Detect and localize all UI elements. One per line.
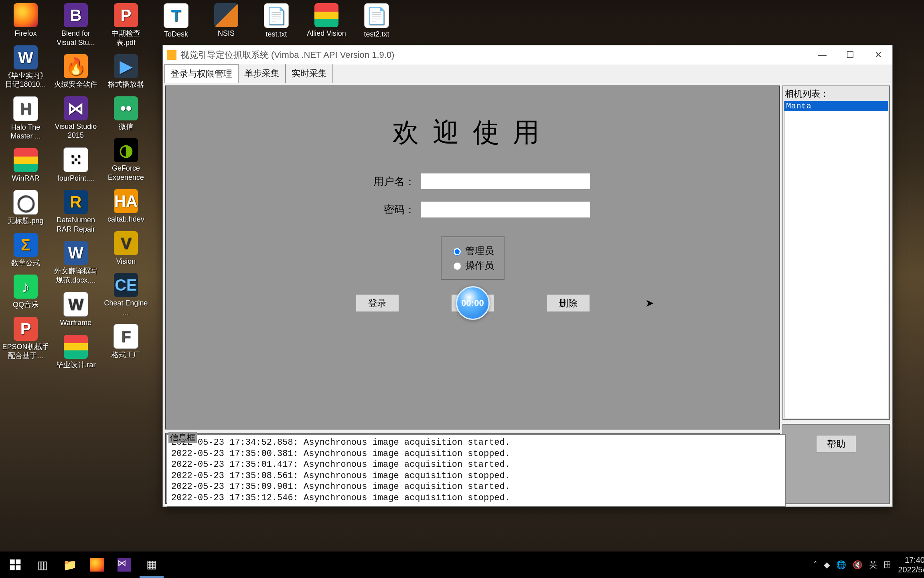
desktop-icon-epson[interactable]: PEPSON机械手配合基于... (2, 317, 49, 360)
desktop-icon-wechat[interactable]: ••微信 (102, 96, 150, 131)
tab-login[interactable]: 登录与权限管理 (164, 64, 238, 83)
desktop-icon-math[interactable]: Σ数学公式 (2, 233, 49, 268)
login-button[interactable]: 登录 (356, 294, 399, 312)
repair-icon: R (64, 190, 88, 214)
taskbar-firefox[interactable] (85, 553, 109, 577)
tray-ime-mode[interactable]: 田 (883, 560, 892, 570)
role-admin-radio[interactable]: 管理员 (451, 244, 494, 257)
desktop-icon-halo[interactable]: HHalo The Master ... (2, 96, 49, 141)
desktop-icon-cheatengine[interactable]: CECheat Engine ... (102, 273, 150, 317)
desktop-col-5: NSIS (203, 3, 250, 38)
vs-icon: ⋈ (118, 558, 131, 572)
desktop-icon-nsis[interactable]: NSIS (203, 3, 250, 38)
desktop-icon-huorong[interactable]: 🔥火绒安全软件 (52, 54, 99, 89)
icon-label: 中期检查表.pdf (102, 29, 150, 47)
desktop-icon-test2-txt[interactable]: 📄test2.txt (353, 3, 400, 39)
desktop-icon-translation-doc[interactable]: W外文翻译撰写规范.docx.... (52, 241, 99, 285)
desktop-icon-qqmusic[interactable]: ♪QQ音乐 (2, 275, 49, 309)
desktop-icon-rarrepair[interactable]: RDataNumen RAR Repair (52, 190, 99, 234)
tray-ime-language[interactable]: 英 (869, 560, 877, 570)
rar-icon (14, 148, 38, 172)
desktop-icon-geforce[interactable]: ◑GeForce Experience (102, 138, 150, 182)
start-button[interactable] (3, 553, 27, 577)
desktop-col-8: 📄test2.txt (353, 3, 400, 39)
desktop-icon-caltab[interactable]: HAcaltab.hdev (102, 189, 150, 224)
task-view-button[interactable]: ▥ (30, 553, 55, 577)
tray-volume-muted-icon[interactable]: 🔇 (853, 560, 863, 570)
ce-icon: CE (114, 273, 138, 297)
rar-icon (314, 3, 338, 27)
desktop-icon-untitled-png[interactable]: ◯无标题.png (2, 190, 49, 226)
icon-label: EPSON机械手配合基于... (2, 342, 49, 360)
desktop-icon-format-factory[interactable]: F格式工厂 (102, 324, 150, 360)
svg-rect-3 (16, 565, 20, 570)
operator-radio-input[interactable] (453, 262, 461, 270)
message-log-textarea[interactable]: 2022-05-23 17:34:52.858: Asynchronous im… (167, 434, 786, 507)
icon-label: 格式工厂 (111, 350, 140, 360)
desktop-icon-thesis-rar[interactable]: 毕业设计.rar (52, 335, 99, 370)
tab-single-step[interactable]: 单步采集 (238, 64, 286, 83)
desktop-icon-todesk[interactable]: TToDesk (152, 3, 200, 39)
icon-label: Vision (116, 257, 136, 266)
icon-label: 无标题.png (8, 216, 43, 226)
desktop-icon-firefox[interactable]: Firefox (2, 3, 49, 38)
tray-clock[interactable]: 17:40 2022/5/ (898, 555, 924, 574)
side-pane: 相机列表： Manta 帮助 (782, 85, 890, 504)
windows-icon (9, 558, 22, 571)
pdf-icon: P (14, 317, 38, 341)
tray-chevron-up-icon[interactable]: ˄ (813, 560, 817, 570)
taskbar[interactable]: ▥ 📁 ⋈ ▦ ˄ ◆ 🌐 🔇 英 田 17:40 2022/5/ (0, 552, 924, 578)
desktop-icon-winrar[interactable]: WinRAR (2, 148, 49, 183)
password-input[interactable] (421, 201, 590, 218)
sigma-icon: Σ (14, 233, 38, 257)
desktop-icon-test-txt[interactable]: 📄test.txt (253, 3, 300, 39)
pdf-icon: P (114, 3, 138, 27)
camera-list-panel: 相机列表： Manta (782, 85, 890, 420)
svg-rect-2 (10, 565, 15, 570)
qqmusic-icon: ♪ (14, 275, 38, 299)
tray-network-icon[interactable]: 🌐 (836, 560, 846, 570)
system-tray[interactable]: ˄ ◆ 🌐 🔇 英 田 17:40 2022/5/ (813, 555, 924, 574)
icon-label: 毕业设计.rar (56, 360, 96, 370)
desktop-icon-allied-vision[interactable]: Allied Vision (303, 3, 350, 38)
taskbar-explorer[interactable]: 📁 (58, 553, 82, 577)
admin-radio-input[interactable] (453, 248, 461, 256)
desktop-icon-midterm-pdf[interactable]: P中期检查表.pdf (102, 3, 150, 47)
icon-label: NSIS (218, 29, 235, 38)
desktop-icon-vs2015[interactable]: ⋈Visual Studio 2015 (52, 96, 99, 140)
desktop-icon-vision[interactable]: VVision (102, 231, 150, 266)
txt-icon: 📄 (364, 3, 389, 28)
close-button[interactable]: ✕ (864, 45, 892, 65)
welcome-heading: 欢迎使用 (393, 114, 553, 151)
tray-app-icon[interactable]: ◆ (824, 560, 830, 570)
nvidia-icon: ◑ (114, 138, 138, 162)
todesk-icon: T (164, 3, 188, 28)
rar-icon (64, 335, 88, 359)
word-icon: W (64, 241, 88, 265)
icon-label: Allied Vision (307, 29, 346, 38)
desktop-icon-intern-diary[interactable]: W《毕业实习》日记18010... (2, 45, 49, 89)
desktop-col-1: Firefox W《毕业实习》日记18010... HHalo The Mast… (2, 3, 49, 360)
icon-label: caltab.hdev (107, 215, 144, 224)
tab-realtime[interactable]: 实时采集 (286, 64, 333, 83)
desktop-icon-blend[interactable]: BBlend for Visual Stu... (52, 3, 99, 47)
minimize-button[interactable]: — (808, 45, 836, 65)
desktop-icon-fourpoint[interactable]: ⁙fourPoint.... (52, 147, 99, 183)
maximize-button[interactable]: ☐ (836, 45, 864, 65)
wechat-icon: •• (114, 96, 138, 120)
icon-label: fourPoint.... (57, 174, 94, 183)
camera-list[interactable]: Manta (784, 101, 888, 418)
desktop-icon-player[interactable]: ▶格式播放器 (102, 54, 150, 89)
app-window: 视觉引导定位抓取系统 (Vimba .NET API Version 1.9.0… (162, 45, 893, 507)
delete-button[interactable]: 删除 (547, 294, 590, 312)
role-operator-radio[interactable]: 操作员 (451, 259, 494, 272)
png-icon: ◯ (13, 190, 38, 215)
icon-label: 数学公式 (11, 258, 40, 268)
desktop-icon-warframe[interactable]: WWarframe (52, 292, 99, 328)
taskbar-visual-studio[interactable]: ⋈ (112, 553, 136, 577)
help-button[interactable]: 帮助 (816, 435, 856, 453)
username-input[interactable] (421, 173, 590, 190)
camera-list-item[interactable]: Manta (784, 101, 888, 111)
taskbar-app-running[interactable]: ▦ (140, 552, 164, 578)
title-bar[interactable]: 视觉引导定位抓取系统 (Vimba .NET API Version 1.9.0… (163, 45, 892, 65)
